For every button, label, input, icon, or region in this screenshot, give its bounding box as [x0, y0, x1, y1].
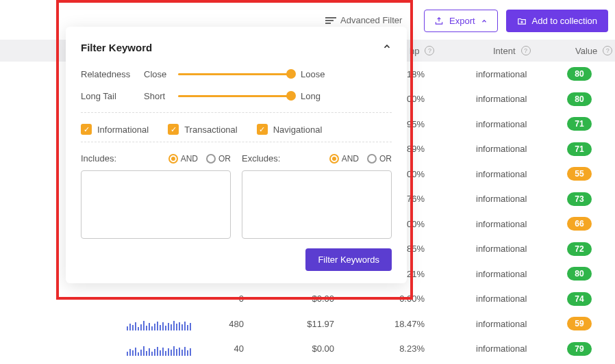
check-icon: ✓: [81, 124, 92, 135]
volume-cell: 480: [210, 319, 244, 329]
radio-label: AND: [342, 154, 359, 164]
checkbox-label: Transactional: [184, 125, 238, 135]
longtail-label: Long Tail: [81, 91, 144, 101]
intent-cell: informational: [476, 69, 527, 79]
includes-label: Includes:: [81, 153, 116, 164]
filter-keywords-button[interactable]: Filter Keywords: [305, 248, 392, 271]
relatedness-left-label: Close: [144, 69, 178, 79]
radio-label: OR: [379, 154, 392, 164]
intent-cell: informational: [476, 294, 527, 304]
percent-cell: 0.00%: [384, 294, 425, 304]
value-badge: 79: [567, 342, 592, 356]
cpc-cell: $11.97: [293, 319, 334, 329]
checkbox-label: Navigational: [273, 125, 323, 135]
folder-plus-icon: [517, 16, 527, 26]
intent-cell: informational: [476, 144, 527, 154]
intent-cell: informational: [476, 219, 527, 229]
check-icon: ✓: [168, 124, 179, 135]
value-badge: 55: [567, 167, 592, 181]
table-row[interactable]: 0$0.000.00%informational74: [0, 287, 615, 312]
value-badge: 72: [567, 242, 592, 256]
column-header-hp[interactable]: hp ?: [410, 46, 434, 56]
intent-cell: informational: [476, 319, 527, 329]
intent-cell: informational: [476, 94, 527, 104]
intent-checkboxes: ✓Informational ✓Transactional ✓Navigatio…: [81, 124, 392, 135]
checkbox-transactional[interactable]: ✓Transactional: [168, 124, 238, 135]
sparkline: [127, 342, 191, 356]
longtail-left-label: Short: [144, 91, 178, 101]
chevron-up-icon: [481, 18, 488, 25]
value-badge: 80: [567, 267, 592, 281]
volume-cell: 0: [210, 294, 244, 304]
relatedness-slider-row: Relatedness Close Loose: [81, 68, 392, 79]
intent-cell: informational: [476, 119, 527, 129]
toolbar: Export Add to collection: [424, 10, 608, 32]
longtail-slider[interactable]: [178, 90, 291, 101]
radio-icon: [206, 154, 216, 164]
includes-and-radio[interactable]: AND: [168, 154, 198, 164]
advanced-filter-link[interactable]: Advanced Filter: [325, 15, 402, 25]
excludes-input[interactable]: [242, 170, 392, 239]
chevron-up-icon: [382, 42, 392, 51]
radio-label: OR: [218, 154, 231, 164]
table-row[interactable]: 480$11.9718.47%informational59: [0, 311, 615, 337]
check-icon: ✓: [257, 124, 268, 135]
value-badge: 71: [567, 117, 592, 131]
export-icon: [434, 16, 444, 26]
includes-or-radio[interactable]: OR: [206, 154, 231, 164]
value-badge: 71: [567, 142, 592, 156]
excludes-and-radio[interactable]: AND: [329, 154, 359, 164]
intent-cell: informational: [476, 244, 527, 254]
relatedness-label: Relatedness: [81, 69, 144, 79]
divider: [81, 142, 392, 142]
sparkline: [127, 317, 191, 330]
filter-keywords-label: Filter Keywords: [318, 255, 379, 265]
volume-cell: 40: [210, 343, 244, 354]
value-badge: 80: [567, 92, 592, 106]
excludes-section: Excludes: AND OR: [242, 153, 392, 239]
radio-label: AND: [181, 154, 198, 164]
radio-icon: [329, 154, 339, 164]
value-badge: 74: [567, 292, 592, 306]
checkbox-informational[interactable]: ✓Informational: [81, 124, 149, 135]
percent-cell: 18.47%: [384, 319, 425, 329]
radio-icon: [168, 154, 178, 164]
radio-icon: [367, 154, 377, 164]
excludes-or-radio[interactable]: OR: [367, 154, 392, 164]
help-icon[interactable]: ?: [603, 46, 612, 55]
column-header-intent[interactable]: Intent ?: [493, 46, 531, 56]
help-icon[interactable]: ?: [425, 46, 434, 55]
export-label: Export: [449, 16, 475, 26]
slider-thumb[interactable]: [286, 69, 296, 79]
longtail-right-label: Long: [301, 91, 321, 101]
advanced-filter-label: Advanced Filter: [340, 15, 402, 25]
intent-cell: informational: [476, 194, 527, 204]
filter-icon: [325, 17, 336, 24]
filter-keyword-panel: Filter Keyword Relatedness Close Loose L…: [66, 27, 407, 283]
cpc-cell: $0.00: [293, 294, 334, 304]
add-to-collection-button[interactable]: Add to collection: [506, 10, 608, 32]
includes-input[interactable]: [81, 170, 231, 239]
panel-title: Filter Keyword: [81, 42, 152, 53]
table-row[interactable]: 40$0.008.23%informational79: [0, 337, 615, 362]
checkbox-navigational[interactable]: ✓Navigational: [257, 124, 323, 135]
divider: [81, 112, 392, 113]
export-button[interactable]: Export: [424, 10, 498, 32]
collapse-button[interactable]: [382, 42, 392, 53]
slider-thumb[interactable]: [286, 91, 296, 101]
value-badge: 80: [567, 67, 592, 81]
column-intent-label: Intent: [493, 46, 516, 56]
value-badge: 66: [567, 217, 592, 231]
longtail-slider-row: Long Tail Short Long: [81, 90, 392, 101]
intent-cell: informational: [476, 269, 527, 279]
value-badge: 73: [567, 192, 592, 206]
relatedness-slider[interactable]: [178, 68, 291, 79]
column-value-label: Value: [575, 46, 597, 56]
help-icon[interactable]: ?: [521, 46, 531, 55]
value-badge: 59: [567, 317, 592, 330]
column-header-value[interactable]: Value ?: [575, 46, 612, 56]
relatedness-right-label: Loose: [301, 69, 325, 79]
add-to-collection-label: Add to collection: [532, 16, 597, 26]
includes-section: Includes: AND OR: [81, 153, 231, 239]
column-hp-label: hp: [410, 46, 419, 56]
